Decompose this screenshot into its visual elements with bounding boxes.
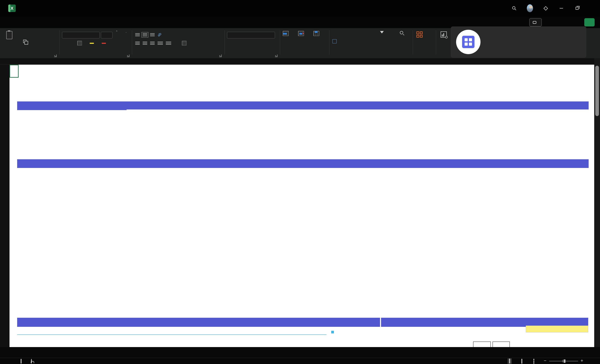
run-rate-year-cell[interactable]	[526, 326, 588, 332]
zoom-out-button[interactable]: −	[544, 358, 546, 363]
alignment-dialog-launcher[interactable]	[219, 55, 222, 57]
font-dialog-launcher[interactable]	[127, 55, 130, 57]
fill-icon	[332, 39, 337, 43]
font-name-select[interactable]	[62, 32, 100, 38]
minimize-button[interactable]	[558, 5, 564, 11]
fill-color-bar	[90, 43, 94, 44]
document-title	[20, 5, 28, 10]
vertical-scrollbar[interactable]	[594, 58, 600, 347]
legend-swatch-icon	[331, 331, 334, 333]
vertical-scroll-thumb[interactable]	[595, 66, 599, 116]
number-format-select[interactable]	[227, 32, 275, 38]
align-top-icon[interactable]	[135, 33, 140, 36]
restore-icon	[576, 7, 579, 10]
grow-font-button[interactable]: ^	[114, 32, 117, 33]
diamond-shape	[543, 6, 548, 10]
comments-button[interactable]	[529, 18, 542, 27]
accessibility-icon	[31, 359, 32, 363]
align-middle-icon[interactable]	[143, 33, 147, 36]
find-select-icon	[400, 31, 403, 34]
shrink-font-button[interactable]: ˬ	[124, 32, 127, 33]
sheet-tab-bar	[0, 347, 600, 358]
active-cell-outline	[9, 65, 19, 78]
copy-button[interactable]	[23, 40, 31, 43]
zoom-in-button[interactable]: +	[581, 358, 583, 363]
font-size-select[interactable]	[101, 32, 112, 38]
restore-button[interactable]	[574, 5, 580, 11]
vertical-align-buttons: ab	[135, 33, 166, 37]
fill-button[interactable]	[332, 39, 341, 43]
share-button[interactable]	[584, 18, 595, 27]
search-icon[interactable]	[511, 5, 517, 11]
ribbon-separator	[413, 30, 413, 55]
zoom-slider[interactable]	[549, 361, 578, 361]
title-bar: X	[0, 0, 600, 17]
ribbon: ^ ˬ ab	[0, 28, 600, 58]
find-select-button[interactable]	[392, 31, 411, 44]
analyze-data-button[interactable]	[438, 31, 450, 43]
delete-cells-button[interactable]: ×	[298, 31, 304, 38]
window-controls	[511, 0, 596, 17]
partial-value-box[interactable]	[492, 341, 510, 347]
fill-color-button[interactable]	[90, 43, 94, 44]
partial-spin-box[interactable]	[473, 341, 491, 347]
number-dialog-launcher[interactable]	[275, 55, 277, 57]
add-ins-button[interactable]	[416, 31, 422, 39]
align-center-icon[interactable]	[143, 42, 147, 45]
align-left-icon[interactable]	[135, 42, 140, 45]
font-style-buttons	[63, 41, 110, 46]
banner-top-revenue-streams	[17, 101, 589, 110]
normal-view-button[interactable]	[507, 358, 512, 364]
ribbon-separator	[225, 30, 225, 55]
insert-cells-button[interactable]	[283, 31, 289, 38]
format-cells-button[interactable]	[313, 31, 319, 38]
analyze-data-icon	[441, 31, 447, 38]
logo-circle	[456, 30, 480, 54]
column-headers	[0, 58, 594, 64]
excel-app-icon: X	[8, 5, 16, 12]
align-right-icon[interactable]	[150, 42, 155, 45]
ribbon-separator	[436, 30, 436, 55]
banner-chart-title	[17, 159, 589, 168]
delete-cells-icon: ×	[298, 31, 304, 36]
page-break-view-button[interactable]	[534, 359, 534, 363]
banner-revenue-depth	[17, 318, 380, 327]
sort-filter-button[interactable]	[372, 31, 391, 42]
sheet-canvas[interactable]	[9, 65, 594, 347]
hidden-chart-gridline	[17, 335, 327, 335]
align-bottom-icon[interactable]	[150, 33, 155, 36]
ribbon-separator	[132, 30, 132, 55]
page-layout-view-button[interactable]	[521, 359, 522, 363]
increase-indent-icon[interactable]	[166, 42, 171, 45]
chart-legend	[341, 168, 403, 318]
status-bar: − +	[0, 358, 600, 364]
avatar[interactable]	[527, 5, 533, 11]
zoom-slider-tick	[562, 360, 563, 362]
sort-filter-label	[381, 34, 382, 42]
zoom-slider-thumb[interactable]	[564, 359, 565, 363]
partial-legend-entry	[331, 331, 336, 333]
finmodelslab-logo-panel	[451, 27, 586, 58]
comment-bubble-icon	[533, 21, 536, 24]
close-button[interactable]	[590, 5, 596, 11]
paste-icon	[6, 31, 12, 39]
minimize-icon	[560, 8, 563, 9]
merge-center-icon	[182, 41, 187, 46]
row-headers	[0, 65, 9, 347]
find-select-label	[401, 36, 402, 44]
font-color-button[interactable]	[102, 43, 106, 44]
excel-x-glyph: X	[10, 6, 13, 10]
merge-center-button[interactable]	[182, 41, 191, 46]
premium-diamond-icon[interactable]	[543, 5, 549, 11]
user-photo	[527, 4, 533, 12]
orientation-icon[interactable]: ab	[157, 32, 162, 38]
paste-button[interactable]	[6, 31, 12, 41]
line-chart[interactable]	[405, 168, 594, 318]
add-ins-icon	[416, 31, 422, 38]
decrease-indent-icon[interactable]	[158, 42, 163, 45]
borders-icon[interactable]	[77, 41, 82, 46]
macro-record-icon[interactable]	[21, 359, 21, 363]
stacked-bar-chart[interactable]	[17, 168, 339, 318]
ribbon-separator	[329, 30, 329, 55]
clipboard-dialog-launcher[interactable]	[54, 55, 57, 57]
